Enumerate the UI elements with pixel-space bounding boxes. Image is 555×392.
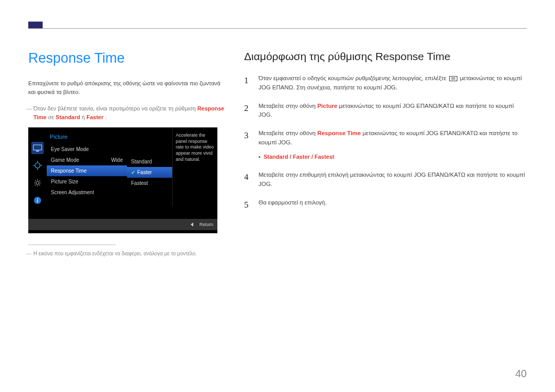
osd-return-label: Return — [199, 222, 213, 227]
right-column: Διαμόρφωση της ρύθμισης Response Time 1 … — [244, 50, 527, 257]
osd-item-label: Response Time — [51, 168, 86, 174]
highlight-picture: Picture — [317, 103, 337, 109]
note-text: ή — [82, 114, 86, 120]
osd-menu-title: Picture — [47, 132, 127, 144]
step-2: 2 Μεταβείτε στην οθόνη Picture μετακινών… — [244, 102, 527, 120]
osd-item-picture-size: Picture Size — [47, 176, 127, 187]
osd-sub-label: Standard — [131, 159, 152, 164]
step-text: Μεταβείτε στην οθόνη — [258, 103, 317, 109]
highlight-response-time: Response Time — [317, 130, 361, 136]
step-number: 3 — [244, 129, 251, 161]
osd-sub-label: Faster — [137, 170, 152, 175]
osd-sub-faster: ✓ Faster — [127, 167, 172, 178]
osd-footer: Return — [28, 219, 217, 230]
step-text: Όταν εμφανιστεί ο οδηγός κουμπιών ρυθμιζ… — [258, 75, 448, 81]
osd-sidebar: i — [28, 127, 47, 207]
step-5: 5 Θα εφαρμοστεί η επιλογή. — [244, 198, 527, 212]
osd-menu-column: Picture Eye Saver Mode Game Mode Wide Re… — [47, 127, 127, 207]
note-line: Όταν δεν βλέπετε ταινία, είναι προτιμότε… — [28, 104, 229, 121]
step-text: Μεταβείτε στην οθόνη — [258, 130, 317, 136]
osd-item-label: Screen Adjustment — [51, 190, 94, 195]
info-icon: i — [31, 194, 44, 207]
step-number: 2 — [244, 102, 251, 120]
svg-point-2 — [35, 163, 40, 168]
svg-point-3 — [36, 181, 39, 184]
step-body: Όταν εμφανιστεί ο οδηγός κουμπιών ρυθμιζ… — [258, 74, 527, 92]
step-number: 5 — [244, 198, 251, 212]
header-rule — [28, 28, 527, 29]
step-body: Μεταβείτε στην οθόνη Response Time μετακ… — [258, 129, 527, 161]
note-text: σε — [48, 114, 56, 120]
page-number: 40 — [515, 368, 527, 380]
note-highlight-faster: Faster — [86, 114, 103, 120]
section-title: Response Time — [28, 50, 229, 66]
osd-item-response-time: Response Time — [47, 165, 127, 176]
osd-item-label: Eye Saver Mode — [51, 146, 89, 152]
osd-item-value: Wide — [111, 157, 123, 163]
step-1: 1 Όταν εμφανιστεί ο οδηγός κουμπιών ρυθμ… — [244, 74, 527, 92]
target-icon — [31, 159, 44, 172]
osd-item-label: Picture Size — [51, 179, 78, 184]
step-number: 1 — [244, 74, 251, 92]
highlight-options: Standard / Faster / Fastest — [264, 154, 335, 160]
step-body: Μεταβείτε στην επιθυμητή επιλογή μετακιν… — [258, 171, 527, 189]
menu-box-icon — [449, 76, 457, 81]
footnote-rule — [28, 245, 116, 245]
header-accent-block — [28, 22, 43, 29]
footnote-text: Η εικόνα που εμφανίζεται ενδέχεται να δι… — [28, 250, 229, 257]
step-4: 4 Μεταβείτε στην επιθυμητή επιλογή μετακ… — [244, 171, 527, 189]
osd-item-label: Game Mode — [51, 157, 79, 163]
section-description: Επιταχύνετε το ρυθμό απόκρισης της οθόνη… — [28, 79, 229, 96]
osd-item-eye-saver: Eye Saver Mode — [47, 144, 127, 155]
gear-icon — [31, 177, 44, 189]
osd-screenshot: i Picture Eye Saver Mode Game Mode Wide … — [28, 127, 217, 233]
osd-submenu-column: Standard ✓ Faster Fastest — [127, 127, 172, 207]
svg-text:i: i — [37, 198, 39, 203]
check-icon: ✓ — [131, 170, 135, 175]
svg-rect-1 — [36, 151, 39, 152]
step-body: Θα εφαρμοστεί η επιλογή. — [258, 198, 527, 212]
step-body: Μεταβείτε στην οθόνη Picture μετακινώντα… — [258, 102, 527, 120]
monitor-icon — [31, 142, 44, 154]
osd-sub-standard: Standard — [127, 156, 172, 167]
step-3-bullet: • Standard / Faster / Fastest — [258, 153, 527, 161]
step-number: 4 — [244, 171, 251, 189]
osd-help-panel: Accelerate the panel response rate to ma… — [172, 127, 217, 207]
note-text: . — [105, 114, 106, 120]
left-arrow-icon — [191, 222, 193, 227]
left-column: Response Time Επιταχύνετε το ρυθμό απόκρ… — [28, 50, 229, 257]
note-highlight-standard: Standard — [55, 114, 80, 120]
note-text: Όταν δεν βλέπετε ταινία, είναι προτιμότε… — [33, 105, 197, 111]
svg-rect-0 — [33, 145, 42, 150]
osd-item-screen-adj: Screen Adjustment — [47, 187, 127, 198]
osd-sub-label: Fastest — [131, 180, 148, 186]
step-3: 3 Μεταβείτε στην οθόνη Response Time μετ… — [244, 129, 527, 161]
osd-item-game-mode: Game Mode Wide — [47, 155, 127, 165]
steps-list: 1 Όταν εμφανιστεί ο οδηγός κουμπιών ρυθμ… — [244, 74, 527, 212]
osd-sub-fastest: Fastest — [127, 178, 172, 189]
right-title: Διαμόρφωση της ρύθμισης Response Time — [244, 50, 527, 63]
